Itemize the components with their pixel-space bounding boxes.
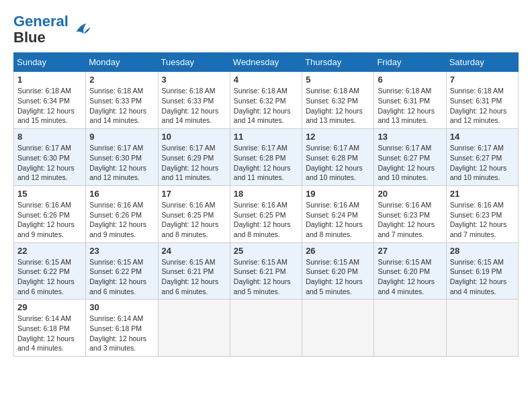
day-number: 19 [306, 189, 370, 199]
calendar-day-cell: 8 Sunrise: 6:17 AMSunset: 6:30 PMDayligh… [14, 129, 86, 186]
day-number: 27 [378, 246, 442, 256]
calendar-table: SundayMondayTuesdayWednesdayThursdayFrid… [13, 52, 519, 357]
calendar-day-cell [230, 300, 302, 357]
weekday-header: Wednesday [230, 53, 302, 72]
calendar-day-cell: 28 Sunrise: 6:15 AMSunset: 6:19 PMDaylig… [446, 242, 518, 300]
day-number: 9 [89, 132, 154, 142]
day-number: 22 [17, 246, 82, 256]
day-info: Sunrise: 6:18 AMSunset: 6:32 PMDaylight:… [234, 86, 298, 126]
day-number: 11 [234, 132, 298, 142]
day-info: Sunrise: 6:15 AMSunset: 6:22 PMDaylight:… [17, 257, 82, 297]
day-number: 18 [234, 189, 298, 199]
calendar-day-cell: 21 Sunrise: 6:16 AMSunset: 6:23 PMDaylig… [446, 185, 518, 242]
day-info: Sunrise: 6:17 AMSunset: 6:30 PMDaylight:… [89, 143, 154, 183]
day-info: Sunrise: 6:18 AMSunset: 6:33 PMDaylight:… [89, 86, 154, 126]
day-info: Sunrise: 6:18 AMSunset: 6:31 PMDaylight:… [450, 86, 515, 126]
calendar-day-cell: 6 Sunrise: 6:18 AMSunset: 6:31 PMDayligh… [374, 72, 446, 129]
calendar-day-cell: 25 Sunrise: 6:15 AMSunset: 6:21 PMDaylig… [230, 242, 302, 300]
weekday-header: Tuesday [158, 53, 230, 72]
day-info: Sunrise: 6:15 AMSunset: 6:21 PMDaylight:… [234, 257, 298, 297]
day-number: 3 [162, 75, 226, 85]
calendar-day-cell: 11 Sunrise: 6:17 AMSunset: 6:28 PMDaylig… [230, 129, 302, 186]
calendar-day-cell: 20 Sunrise: 6:16 AMSunset: 6:23 PMDaylig… [374, 185, 446, 242]
day-info: Sunrise: 6:14 AMSunset: 6:18 PMDaylight:… [89, 314, 154, 353]
weekday-header-row: SundayMondayTuesdayWednesdayThursdayFrid… [14, 53, 519, 72]
calendar-day-cell [374, 300, 446, 357]
day-info: Sunrise: 6:16 AMSunset: 6:25 PMDaylight:… [234, 200, 298, 240]
calendar-day-cell: 9 Sunrise: 6:17 AMSunset: 6:30 PMDayligh… [86, 129, 158, 186]
day-number: 6 [378, 75, 442, 85]
calendar-day-cell [446, 300, 518, 357]
day-number: 30 [89, 302, 154, 312]
day-number: 14 [450, 132, 515, 142]
day-number: 24 [162, 246, 226, 256]
calendar-day-cell: 24 Sunrise: 6:15 AMSunset: 6:21 PMDaylig… [158, 242, 230, 300]
day-number: 23 [89, 246, 154, 256]
weekday-header: Thursday [302, 53, 374, 72]
day-info: Sunrise: 6:16 AMSunset: 6:26 PMDaylight:… [17, 200, 82, 240]
day-number: 17 [162, 189, 226, 199]
day-info: Sunrise: 6:15 AMSunset: 6:21 PMDaylight:… [162, 257, 226, 297]
calendar-day-cell: 13 Sunrise: 6:17 AMSunset: 6:27 PMDaylig… [374, 129, 446, 186]
day-info: Sunrise: 6:16 AMSunset: 6:23 PMDaylight:… [450, 200, 515, 240]
day-number: 29 [17, 302, 82, 312]
day-number: 26 [306, 246, 370, 256]
calendar-day-cell: 7 Sunrise: 6:18 AMSunset: 6:31 PMDayligh… [446, 72, 518, 129]
calendar-day-cell: 15 Sunrise: 6:16 AMSunset: 6:26 PMDaylig… [14, 185, 86, 242]
calendar-day-cell: 2 Sunrise: 6:18 AMSunset: 6:33 PMDayligh… [86, 72, 158, 129]
day-number: 21 [450, 189, 515, 199]
day-number: 15 [17, 189, 82, 199]
logo: GeneralBlue [13, 13, 91, 46]
day-info: Sunrise: 6:17 AMSunset: 6:28 PMDaylight:… [306, 143, 370, 183]
day-number: 5 [306, 75, 370, 85]
day-number: 10 [162, 132, 226, 142]
day-info: Sunrise: 6:18 AMSunset: 6:31 PMDaylight:… [378, 86, 442, 126]
day-info: Sunrise: 6:17 AMSunset: 6:27 PMDaylight:… [450, 143, 515, 183]
day-info: Sunrise: 6:16 AMSunset: 6:24 PMDaylight:… [306, 200, 370, 240]
day-number: 1 [17, 75, 82, 85]
day-number: 20 [378, 189, 442, 199]
day-info: Sunrise: 6:17 AMSunset: 6:30 PMDaylight:… [17, 143, 82, 183]
calendar-day-cell: 27 Sunrise: 6:15 AMSunset: 6:20 PMDaylig… [374, 242, 446, 300]
calendar-day-cell: 22 Sunrise: 6:15 AMSunset: 6:22 PMDaylig… [14, 242, 86, 300]
day-number: 16 [89, 189, 154, 199]
day-info: Sunrise: 6:15 AMSunset: 6:20 PMDaylight:… [306, 257, 370, 297]
page-header: GeneralBlue [13, 13, 519, 46]
day-info: Sunrise: 6:17 AMSunset: 6:28 PMDaylight:… [234, 143, 298, 183]
day-info: Sunrise: 6:16 AMSunset: 6:25 PMDaylight:… [162, 200, 226, 240]
day-info: Sunrise: 6:17 AMSunset: 6:29 PMDaylight:… [162, 143, 226, 183]
calendar-week-row: 8 Sunrise: 6:17 AMSunset: 6:30 PMDayligh… [14, 129, 519, 186]
calendar-day-cell: 26 Sunrise: 6:15 AMSunset: 6:20 PMDaylig… [302, 242, 374, 300]
calendar-day-cell: 17 Sunrise: 6:16 AMSunset: 6:25 PMDaylig… [158, 185, 230, 242]
day-info: Sunrise: 6:15 AMSunset: 6:22 PMDaylight:… [89, 257, 154, 297]
day-info: Sunrise: 6:15 AMSunset: 6:20 PMDaylight:… [378, 257, 442, 297]
calendar-day-cell: 29 Sunrise: 6:14 AMSunset: 6:18 PMDaylig… [14, 300, 86, 357]
day-info: Sunrise: 6:16 AMSunset: 6:26 PMDaylight:… [89, 200, 154, 240]
day-number: 25 [234, 246, 298, 256]
logo-text: GeneralBlue [13, 13, 69, 46]
day-info: Sunrise: 6:17 AMSunset: 6:27 PMDaylight:… [378, 143, 442, 183]
calendar-day-cell: 5 Sunrise: 6:18 AMSunset: 6:32 PMDayligh… [302, 72, 374, 129]
calendar-day-cell [158, 300, 230, 357]
calendar-day-cell: 18 Sunrise: 6:16 AMSunset: 6:25 PMDaylig… [230, 185, 302, 242]
day-info: Sunrise: 6:15 AMSunset: 6:19 PMDaylight:… [450, 257, 515, 297]
day-number: 28 [450, 246, 515, 256]
day-info: Sunrise: 6:16 AMSunset: 6:23 PMDaylight:… [378, 200, 442, 240]
calendar-day-cell: 14 Sunrise: 6:17 AMSunset: 6:27 PMDaylig… [446, 129, 518, 186]
day-number: 8 [17, 132, 82, 142]
calendar-day-cell: 16 Sunrise: 6:16 AMSunset: 6:26 PMDaylig… [86, 185, 158, 242]
day-number: 12 [306, 132, 370, 142]
calendar-day-cell: 19 Sunrise: 6:16 AMSunset: 6:24 PMDaylig… [302, 185, 374, 242]
calendar-day-cell: 3 Sunrise: 6:18 AMSunset: 6:33 PMDayligh… [158, 72, 230, 129]
weekday-header: Friday [374, 53, 446, 72]
day-info: Sunrise: 6:18 AMSunset: 6:33 PMDaylight:… [162, 86, 226, 126]
calendar-day-cell: 30 Sunrise: 6:14 AMSunset: 6:18 PMDaylig… [86, 300, 158, 357]
calendar-day-cell: 10 Sunrise: 6:17 AMSunset: 6:29 PMDaylig… [158, 129, 230, 186]
calendar-week-row: 1 Sunrise: 6:18 AMSunset: 6:34 PMDayligh… [14, 72, 519, 129]
calendar-day-cell: 23 Sunrise: 6:15 AMSunset: 6:22 PMDaylig… [86, 242, 158, 300]
day-info: Sunrise: 6:14 AMSunset: 6:18 PMDaylight:… [17, 314, 82, 353]
day-number: 13 [378, 132, 442, 142]
weekday-header: Saturday [446, 53, 518, 72]
calendar-day-cell [302, 300, 374, 357]
day-number: 7 [450, 75, 515, 85]
